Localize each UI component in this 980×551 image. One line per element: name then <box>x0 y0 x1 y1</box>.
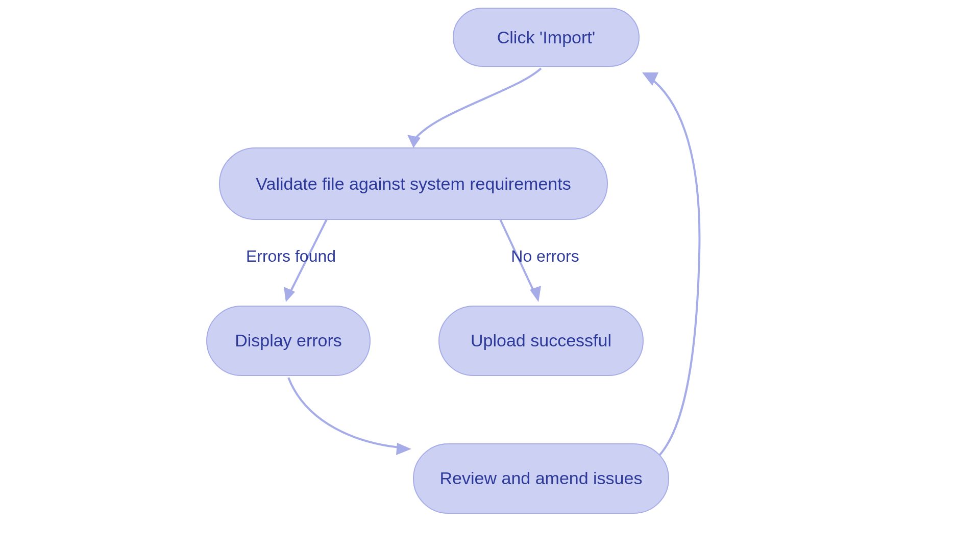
edge-review-to-import <box>638 72 699 468</box>
svg-marker-3 <box>396 443 411 455</box>
svg-marker-1 <box>284 287 295 302</box>
node-label-upload-successful: Upload successful <box>471 331 611 350</box>
node-label-review-amend: Review and amend issues <box>440 468 643 488</box>
edge-display-to-review <box>288 378 411 455</box>
edge-import-to-validate <box>407 68 541 148</box>
edge-validate-to-display: Errors found <box>246 219 336 302</box>
flowchart-canvas: Errors found No errors Click 'Import' Va… <box>0 0 980 551</box>
edge-validate-to-upload: No errors <box>500 219 579 302</box>
edge-label-errors-found: Errors found <box>246 247 336 265</box>
node-upload-successful: Upload successful <box>439 306 643 375</box>
node-review-amend: Review and amend issues <box>413 444 669 513</box>
node-label-validate-file: Validate file against system requirement… <box>256 174 571 193</box>
node-validate-file: Validate file against system requirement… <box>219 148 607 219</box>
node-display-errors: Display errors <box>207 306 370 375</box>
node-label-display-errors: Display errors <box>235 331 342 350</box>
node-label-click-import: Click 'Import' <box>497 28 595 47</box>
node-click-import: Click 'Import' <box>453 8 639 66</box>
svg-marker-0 <box>407 135 421 148</box>
edge-label-no-errors: No errors <box>511 247 579 265</box>
